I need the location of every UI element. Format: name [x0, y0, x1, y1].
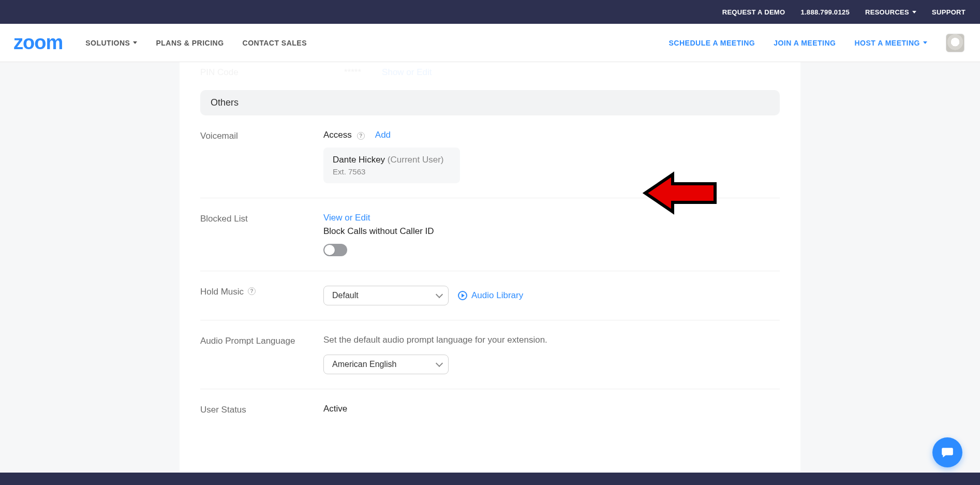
join-meeting-link[interactable]: JOIN A MEETING	[774, 39, 836, 47]
chevron-down-icon	[912, 11, 916, 13]
avatar[interactable]	[946, 34, 964, 52]
resources-menu[interactable]: RESOURCES	[865, 8, 916, 16]
block-calls-without-cid-label: Block Calls without Caller ID	[323, 226, 780, 237]
page-body: PIN Code ***** Show or Edit Others Voice…	[0, 62, 980, 473]
settings-panel: PIN Code ***** Show or Edit Others Voice…	[180, 62, 800, 473]
hold-music-label-text: Hold Music	[200, 287, 244, 297]
blocked-list-view-edit-link[interactable]: View or Edit	[323, 213, 370, 223]
voicemail-user-tag: (Current User)	[388, 155, 444, 165]
resources-label: RESOURCES	[865, 8, 909, 16]
request-demo-link[interactable]: REQUEST A DEMO	[722, 8, 785, 16]
voicemail-user-name: Dante Hickey	[333, 155, 385, 165]
chevron-down-icon	[436, 360, 443, 367]
host-meeting-label: HOST A MEETING	[854, 39, 920, 47]
pin-code-masked: *****	[344, 67, 361, 78]
plans-pricing-link[interactable]: PLANS & PRICING	[156, 39, 224, 47]
user-status-label: User Status	[200, 404, 323, 415]
chevron-down-icon	[436, 291, 443, 298]
top-utility-bar: REQUEST A DEMO 1.888.799.0125 RESOURCES …	[0, 0, 980, 24]
audio-prompt-language-label: Audio Prompt Language	[200, 335, 323, 374]
voicemail-access-label: Access	[323, 130, 352, 140]
audio-prompt-language-selected: American English	[332, 360, 397, 369]
contact-sales-link[interactable]: CONTACT SALES	[243, 39, 307, 47]
audio-prompt-language-desc: Set the default audio prompt language fo…	[323, 335, 780, 345]
host-meeting-menu[interactable]: HOST A MEETING	[854, 39, 927, 47]
nav-right-group: SCHEDULE A MEETING JOIN A MEETING HOST A…	[669, 34, 964, 52]
voicemail-add-link[interactable]: Add	[375, 130, 391, 140]
blocked-list-label: Blocked List	[200, 213, 323, 256]
hold-music-row: Hold Music ? Default Audio Library	[200, 271, 780, 320]
audio-prompt-language-row: Audio Prompt Language Set the default au…	[200, 320, 780, 389]
hold-music-label: Hold Music ?	[200, 286, 323, 305]
voicemail-user-card[interactable]: Dante Hickey (Current User) Ext. 7563	[323, 148, 460, 183]
main-nav: zoom SOLUTIONS PLANS & PRICING CONTACT S…	[0, 24, 980, 62]
help-icon[interactable]: ?	[248, 287, 256, 295]
pin-code-show-edit-link[interactable]: Show or Edit	[382, 67, 432, 78]
solutions-menu[interactable]: SOLUTIONS	[85, 39, 137, 47]
zoom-logo[interactable]: zoom	[13, 32, 63, 54]
solutions-label: SOLUTIONS	[85, 39, 130, 47]
pin-code-row: PIN Code ***** Show or Edit	[200, 62, 780, 84]
blocked-list-row: Blocked List View or Edit Block Calls wi…	[200, 198, 780, 271]
support-link[interactable]: SUPPORT	[932, 8, 966, 16]
chevron-down-icon	[133, 41, 137, 44]
chat-bubble-icon	[941, 446, 954, 459]
sidebar	[0, 62, 180, 473]
audio-library-label: Audio Library	[471, 290, 523, 301]
support-phone-link[interactable]: 1.888.799.0125	[800, 8, 850, 16]
hold-music-select[interactable]: Default	[323, 286, 449, 305]
help-icon[interactable]: ?	[357, 132, 365, 140]
pin-code-label: PIN Code	[200, 67, 323, 78]
voicemail-access-line: Access ? Add	[323, 130, 780, 140]
play-icon	[458, 291, 467, 300]
voicemail-label: Voicemail	[200, 130, 323, 183]
footer-strip	[0, 473, 980, 485]
hold-music-selected: Default	[332, 291, 359, 300]
schedule-meeting-link[interactable]: SCHEDULE A MEETING	[669, 39, 755, 47]
voicemail-row: Voicemail Access ? Add Dante Hickey (Cur…	[200, 115, 780, 198]
user-status-value: Active	[323, 404, 780, 415]
user-status-row: User Status Active	[200, 389, 780, 430]
audio-prompt-language-select[interactable]: American English	[323, 355, 449, 374]
chat-help-button[interactable]	[932, 437, 962, 467]
block-calls-without-cid-toggle[interactable]	[323, 244, 347, 256]
voicemail-user-ext: Ext. 7563	[333, 167, 451, 176]
section-header-others: Others	[200, 90, 780, 115]
chevron-down-icon	[923, 41, 927, 44]
nav-left-group: SOLUTIONS PLANS & PRICING CONTACT SALES	[85, 39, 307, 47]
audio-library-link[interactable]: Audio Library	[458, 290, 523, 301]
